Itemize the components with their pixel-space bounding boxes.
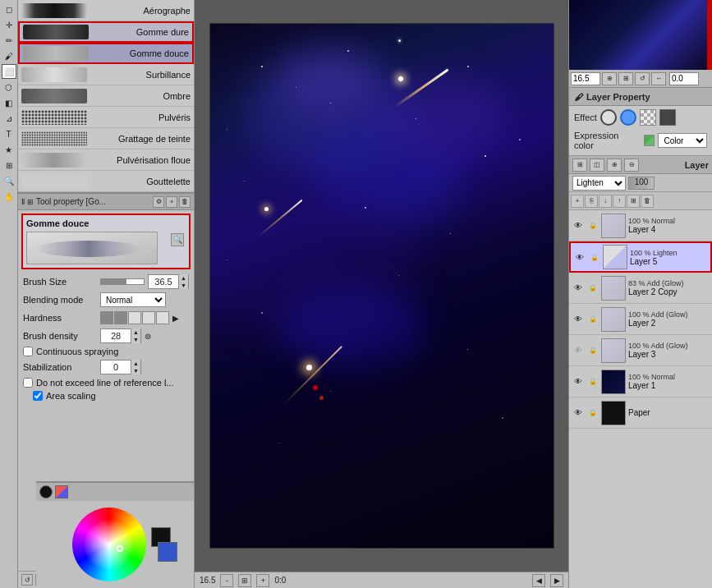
brush-item-surbillance[interactable]: Surbillance — [18, 64, 194, 85]
brush-item-gomme-dure[interactable]: Gomme dure — [18, 21, 194, 43]
painting-canvas[interactable] — [209, 23, 554, 549]
layer-lock-4[interactable]: 🔒 — [587, 220, 599, 232]
effect-btn-dark[interactable] — [659, 109, 676, 126]
layer-delete-btn[interactable]: 🗑 — [641, 195, 654, 208]
hardness-arrow[interactable]: ▶ — [172, 314, 179, 323]
canvas-container[interactable] — [195, 0, 568, 572]
layer-add-btn[interactable]: + — [571, 195, 584, 208]
layer-item-1[interactable]: 👁 🔒 100 % Normal Layer 1 — [569, 366, 712, 397]
brush-item-ombre[interactable]: Ombre — [18, 85, 194, 107]
layer-icon-btn-4[interactable]: ⊖ — [624, 158, 639, 172]
color-swatch-icon[interactable] — [55, 485, 68, 498]
coord-input[interactable] — [669, 72, 699, 85]
layer-item-2[interactable]: 👁 🔒 100 % Add (Glow) Layer 2 — [569, 304, 712, 335]
brush-item-pulveris[interactable]: Pulvéris — [18, 107, 194, 128]
zoom-out-btn[interactable]: - — [220, 574, 233, 587]
zoom-reset-btn[interactable]: ⊕ — [602, 72, 617, 85]
color-circle-btn[interactable] — [39, 485, 53, 498]
color-wheel[interactable] — [72, 508, 146, 581]
rotate-btn[interactable]: ↺ — [635, 72, 650, 85]
layer-item-5[interactable]: 👁 🔒 100 % Lighten Layer 5 — [569, 241, 712, 273]
stab-down[interactable]: ▼ — [131, 367, 140, 374]
layer-item-3[interactable]: 👁 🔒 100 % Add (Glow) Layer 3 — [569, 335, 712, 366]
layer-item-4[interactable]: 👁 🔒 100 % Normal Layer 4 — [569, 210, 712, 241]
effect-btn-circle[interactable] — [600, 109, 617, 126]
brush-size-slider[interactable] — [100, 278, 145, 285]
layer-vis-2copy[interactable]: 👁 — [572, 282, 585, 295]
layer-down-btn[interactable]: ↓ — [599, 195, 612, 208]
magnify-button[interactable]: 🔍 — [171, 233, 184, 246]
tool-select[interactable]: ◻ — [2, 2, 16, 16]
layer-vis-3[interactable]: 👁 — [572, 344, 585, 357]
flip-btn[interactable]: ↔ — [651, 72, 666, 85]
brush-density-spin[interactable]: 28 ▲ ▼ — [100, 328, 141, 343]
layer-vis-paper[interactable]: 👁 — [572, 407, 585, 420]
tool-eraser[interactable]: ⬜ — [2, 64, 16, 79]
blending-mode-select[interactable]: Normal — [100, 292, 166, 307]
layer-lock-5[interactable]: 🔒 — [589, 251, 600, 263]
panel-add-btn[interactable]: + — [166, 196, 177, 208]
canvas-nav-prev[interactable]: ◀ — [532, 574, 545, 587]
hard-box-1[interactable] — [100, 311, 113, 324]
tool-text[interactable]: T — [2, 126, 16, 141]
panel-trash-btn[interactable]: 🗑 — [179, 196, 191, 208]
hard-box-4[interactable] — [142, 311, 155, 324]
panel-settings-btn[interactable]: ⚙ — [153, 196, 164, 208]
zoom-input[interactable] — [571, 72, 600, 85]
brush-item-pulv-floue[interactable]: Pulvérisation floue — [18, 149, 194, 171]
tool-eyedropper[interactable]: ⊿ — [2, 111, 16, 126]
background-color-swatch[interactable] — [158, 542, 177, 562]
tool-transform[interactable]: ✛ — [2, 17, 16, 32]
do-not-exceed-checkbox[interactable] — [23, 378, 33, 388]
brush-size-spin[interactable]: 36.5 ▲ ▼ — [148, 274, 189, 289]
layer-vis-5[interactable]: 👁 — [573, 250, 586, 264]
effect-btn-pattern[interactable] — [640, 109, 656, 126]
hard-box-3[interactable] — [128, 311, 141, 324]
layer-vis-1[interactable]: 👁 — [572, 375, 585, 388]
stab-up[interactable]: ▲ — [131, 360, 140, 367]
layer-lock-paper[interactable]: 🔒 — [587, 407, 599, 419]
hard-box-2[interactable] — [114, 311, 127, 324]
zoom-fit-right-btn[interactable]: ⊞ — [618, 72, 633, 85]
tool-pen[interactable]: ✏ — [2, 33, 16, 48]
layer-icon-btn-2[interactable]: ◫ — [590, 158, 604, 172]
stabilization-spin[interactable]: 0 ▲ ▼ — [100, 360, 141, 374]
expression-color-select[interactable]: Color — [658, 133, 707, 148]
layer-copy-btn[interactable]: ⎘ — [585, 195, 598, 208]
brush-density-down[interactable]: ▼ — [131, 336, 140, 343]
zoom-in-btn[interactable]: + — [256, 574, 269, 587]
layer-item-2copy[interactable]: 👁 🔒 83 % Add (Glow) Layer 2 Copy — [569, 273, 712, 304]
effect-btn-color[interactable] — [620, 109, 636, 126]
canvas-nav-next[interactable]: ▶ — [550, 574, 563, 587]
tool-star[interactable]: ★ — [2, 142, 16, 157]
tool-zoom[interactable]: 🔍 — [2, 173, 16, 188]
brush-density-up[interactable]: ▲ — [131, 328, 140, 336]
brush-item-gomme-douce[interactable]: Gomme douce — [18, 43, 194, 64]
layer-lock-1[interactable]: 🔒 — [587, 376, 599, 388]
tool-frame[interactable]: ⊞ — [2, 158, 16, 172]
layer-blend-mode-select[interactable]: Lighten — [572, 176, 626, 191]
brush-item-gouttelette[interactable]: Gouttelette — [18, 171, 194, 192]
layer-vis-2[interactable]: 👁 — [572, 313, 585, 326]
brush-size-down[interactable]: ▼ — [178, 282, 188, 289]
layer-item-paper[interactable]: 👁 🔒 Paper — [569, 397, 712, 429]
layer-lock-2copy[interactable]: 🔒 — [587, 283, 599, 294]
tool-brush[interactable]: 🖌 — [2, 48, 16, 63]
zoom-fit-btn[interactable]: ⊞ — [238, 574, 251, 587]
layer-vis-4[interactable]: 👁 — [572, 219, 585, 232]
hard-box-5[interactable] — [156, 311, 169, 324]
brush-item-grattage[interactable]: Grattage de teinte — [18, 128, 194, 149]
tool-fill[interactable]: ⬡ — [2, 80, 16, 94]
prop-reset-btn[interactable]: ↺ — [21, 574, 33, 586]
continuous-spraying-checkbox[interactable] — [23, 347, 33, 356]
layer-up-btn[interactable]: ↑ — [613, 195, 626, 208]
layer-lock-3[interactable]: 🔒 — [587, 345, 599, 356]
layer-lock-2[interactable]: 🔒 — [587, 314, 599, 325]
brush-size-up[interactable]: ▲ — [178, 274, 188, 282]
area-scaling-checkbox[interactable] — [33, 391, 43, 401]
tool-hand[interactable]: ✋ — [2, 189, 16, 204]
layer-icon-btn-3[interactable]: ⊕ — [607, 158, 622, 172]
tool-gradient[interactable]: ◧ — [2, 95, 16, 110]
layer-icon-btn-1[interactable]: ⊞ — [572, 158, 587, 172]
brush-item-aerographe[interactable]: Aérographe — [18, 0, 194, 21]
